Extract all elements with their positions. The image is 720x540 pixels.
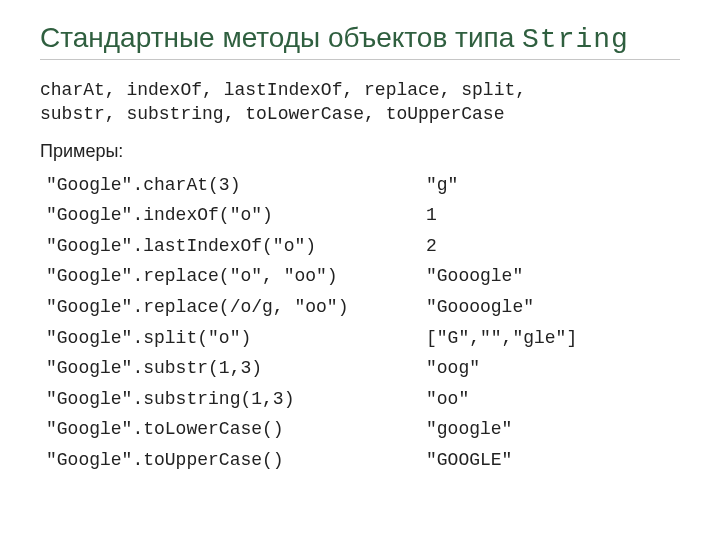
example-row: "Google".indexOf("o") 1 [46,200,680,231]
example-row: "Google".charAt(3) "g" [46,170,680,201]
title-mono: String [522,24,629,55]
example-expr: "Google".substring(1,3) [46,384,426,415]
example-result: "google" [426,414,512,445]
example-result: "g" [426,170,458,201]
example-expr: "Google".toLowerCase() [46,414,426,445]
example-row: "Google".toUpperCase() "GOOGLE" [46,445,680,476]
examples-heading: Примеры: [40,141,680,162]
example-result: 1 [426,200,437,231]
example-row: "Google".replace("o", "oo") "Gooogle" [46,261,680,292]
example-result: "oog" [426,353,480,384]
example-result: "GOOGLE" [426,445,512,476]
method-list: charAt, indexOf, lastIndexOf, replace, s… [40,78,680,127]
example-expr: "Google".substr(1,3) [46,353,426,384]
example-result: "Goooogle" [426,292,534,323]
example-expr: "Google".lastIndexOf("o") [46,231,426,262]
title-text: Стандартные методы объектов типа [40,22,522,53]
example-expr: "Google".replace("o", "oo") [46,261,426,292]
example-row: "Google".split("o") ["G","","gle"] [46,323,680,354]
example-expr: "Google".split("o") [46,323,426,354]
example-expr: "Google".toUpperCase() [46,445,426,476]
example-row: "Google".toLowerCase() "google" [46,414,680,445]
example-result: "oo" [426,384,469,415]
example-expr: "Google".indexOf("o") [46,200,426,231]
example-row: "Google".substring(1,3) "oo" [46,384,680,415]
example-expr: "Google".charAt(3) [46,170,426,201]
example-expr: "Google".replace(/o/g, "oo") [46,292,426,323]
example-row: "Google".lastIndexOf("o") 2 [46,231,680,262]
slide-title: Стандартные методы объектов типа String [40,22,680,60]
example-result: ["G","","gle"] [426,323,577,354]
example-row: "Google".replace(/o/g, "oo") "Goooogle" [46,292,680,323]
example-result: "Gooogle" [426,261,523,292]
methods-line-2: substr, substring, toLowerCase, toUpperC… [40,102,680,126]
methods-line-1: charAt, indexOf, lastIndexOf, replace, s… [40,78,680,102]
example-result: 2 [426,231,437,262]
examples-block: "Google".charAt(3) "g" "Google".indexOf(… [40,170,680,476]
example-row: "Google".substr(1,3) "oog" [46,353,680,384]
slide: Стандартные методы объектов типа String … [0,0,720,506]
